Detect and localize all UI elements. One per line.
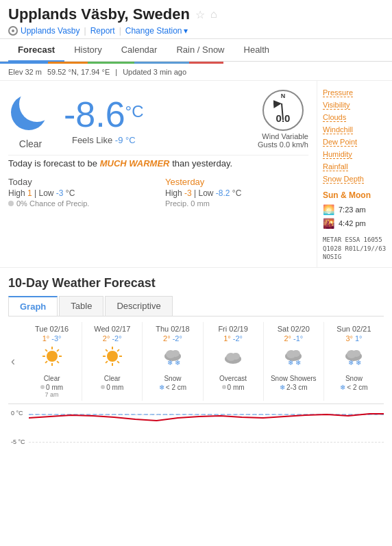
yesterday-precip-text: Precip. 0 mm <box>165 199 210 208</box>
sub-tabs: Graph Table Descriptive <box>8 296 384 317</box>
temperature: -8.6 <box>64 94 125 135</box>
forecast-text: Today is forecast to be MUCH WARMER than… <box>8 155 308 171</box>
metar-data: METAR ESSA 16055 Q1028 R01L/19//63 NOSIG <box>323 236 387 262</box>
change-station-link[interactable]: Change Station <box>125 26 182 36</box>
day-weather-icon: ❄ ❄ <box>144 345 201 372</box>
today-high: 1 <box>27 188 32 198</box>
moon-icon <box>8 89 53 134</box>
forecast-day: Fri 02/19 1° -2° Overcast 0 mm <box>204 322 264 401</box>
tab-calendar[interactable]: Calendar <box>112 39 167 62</box>
main-content: Clear -8.6 °C Feels Like -9 °C N <box>0 81 392 267</box>
sidebar-link-visibility[interactable]: Visibility <box>323 99 387 111</box>
wind-speed: 0.0 <box>276 112 291 124</box>
today-precip-text: 0% Chance of Precip. <box>16 199 89 208</box>
svg-text:❄ ❄: ❄ ❄ <box>288 359 301 367</box>
sub-tab-descriptive[interactable]: Descriptive <box>105 296 172 316</box>
sunrise-icon: 🌅 <box>323 204 334 215</box>
ten-day-section: 10-Day Weather Forecast Graph Table Desc… <box>0 267 392 467</box>
svg-line-21 <box>117 349 119 351</box>
wind-compass: N 0.0 <box>262 90 304 131</box>
day-precip-info: 0 mm <box>205 384 262 391</box>
day-precip-info: 0 mm <box>84 384 140 391</box>
day-precip-info: ❄ 2-3 cm <box>265 384 322 391</box>
main-tabs: Forecast History Calendar Rain / Snow He… <box>0 39 392 64</box>
chart-label-neg5: -5 °C <box>11 438 25 445</box>
condition-label: Clear <box>8 138 53 149</box>
tab-rain-snow[interactable]: Rain / Snow <box>167 39 234 62</box>
svg-point-13 <box>107 351 118 362</box>
svg-line-8 <box>45 361 47 363</box>
chart-area: 0 °C -5 °C <box>8 404 384 458</box>
day-hi-lo: 3° 1° <box>326 334 382 343</box>
sidebar-link-clouds[interactable]: Clouds <box>323 111 387 123</box>
moon-icon-container: Clear <box>8 89 53 149</box>
sidebar-link-windchill[interactable]: Windchill <box>323 123 387 136</box>
svg-point-4 <box>47 351 58 362</box>
today-low: -3 <box>56 188 64 198</box>
svg-line-10 <box>45 349 47 351</box>
sub-tab-graph[interactable]: Graph <box>8 296 58 316</box>
ti-calendar <box>88 62 134 64</box>
svg-line-15 <box>117 361 119 363</box>
day-date: Sat 02/20 <box>265 325 322 333</box>
sidebar-link-humidity[interactable]: Humidity <box>323 148 387 160</box>
today-section: Today High 1 | Low -3 °C 0% Chance of Pr… <box>8 177 151 208</box>
yesterday-temps: High -3 | Low -8.2 °C <box>165 188 308 198</box>
day-date: Tue 02/16 <box>23 325 80 333</box>
sublocation-link[interactable]: Upplands Vasby <box>21 26 80 36</box>
elevation: Elev 32 m <box>8 68 42 76</box>
ti-rain <box>134 62 189 64</box>
sun-moon-title: Sun & Moon <box>323 190 387 200</box>
svg-point-35 <box>352 350 360 357</box>
tab-forecast[interactable]: Forecast <box>8 39 64 62</box>
precip-dot <box>8 201 14 206</box>
day-precip-info: ❄ < 2 cm <box>326 384 382 391</box>
sidebar-link-pressure[interactable]: Pressure <box>323 86 387 99</box>
yesterday-section: Yesterday High -3 | Low -8.2 °C Precip. … <box>165 177 308 208</box>
chart-label-0: 0 °C <box>11 410 23 417</box>
sidebar-link-dew-point[interactable]: Dew Point <box>323 136 387 148</box>
day-time: 7 am <box>23 391 80 398</box>
day-hi-lo: 2° -1° <box>265 334 322 343</box>
today-precip: 0% Chance of Precip. <box>8 199 151 208</box>
star-icon[interactable]: ☆ <box>195 8 205 21</box>
sunrise-time: 7:23 am <box>339 206 366 214</box>
day-lo: -1° <box>293 334 303 343</box>
sidebar-links: PressureVisibilityCloudsWindchillDew Poi… <box>323 86 387 185</box>
header: Upplands Väsby, Sweden ☆ ⌂ Upplands Vasb… <box>0 0 392 39</box>
today-yesterday: Today High 1 | Low -3 °C 0% Chance of Pr… <box>8 177 308 208</box>
svg-line-17 <box>106 361 108 363</box>
today-temps: High 1 | Low -3 °C <box>8 188 151 198</box>
wind-section: N 0.0 Wind Variable <box>258 90 308 149</box>
svg-point-2 <box>11 95 47 130</box>
ti-history <box>48 62 88 64</box>
svg-line-19 <box>106 349 108 351</box>
compass-n: N <box>281 92 286 99</box>
svg-text:❄ ❄: ❄ ❄ <box>348 359 361 367</box>
day-hi: 2° <box>284 334 291 343</box>
day-weather-icon: ❄ ❄ <box>265 345 322 372</box>
elevation-bar: Elev 32 m 59.52 °N, 17.94 °E | Updated 3… <box>0 64 392 81</box>
day-precip-info: ❄ < 2 cm <box>144 384 201 391</box>
sidebar-link-rainfall[interactable]: Rainfall <box>323 160 387 173</box>
tab-history[interactable]: History <box>64 39 111 62</box>
updated: Updated 3 min ago <box>123 68 186 76</box>
day-weather-icon <box>23 345 80 372</box>
sidebar-link-snow-depth[interactable]: Snow Depth <box>323 173 387 185</box>
day-weather-icon <box>84 345 140 372</box>
forecast-day: Sat 02/20 2° -1° ❄ ❄ Snow Showers ❄ 2-3 … <box>264 322 324 401</box>
ti-forecast <box>0 62 48 64</box>
report-link[interactable]: Report <box>90 26 115 36</box>
day-lo: -3° <box>51 334 61 343</box>
day-hi-lo: 2° -2° <box>84 334 140 343</box>
day-weather-icon: ❄ ❄ <box>326 345 382 372</box>
sub-tab-table[interactable]: Table <box>59 296 103 316</box>
home-icon[interactable]: ⌂ <box>210 8 217 21</box>
tab-health[interactable]: Health <box>234 39 280 62</box>
day-desc: Clear <box>84 375 140 382</box>
day-hi-lo: 2° -2° <box>144 334 201 343</box>
svg-line-12 <box>57 349 59 351</box>
nav-arrow-left[interactable]: ‹ <box>8 351 18 371</box>
weather-main: Clear -8.6 °C Feels Like -9 °C N <box>0 81 317 267</box>
forecast-days: Tue 02/16 1° -3° Clear 0 mm 7 am Wed 02/… <box>8 322 384 401</box>
